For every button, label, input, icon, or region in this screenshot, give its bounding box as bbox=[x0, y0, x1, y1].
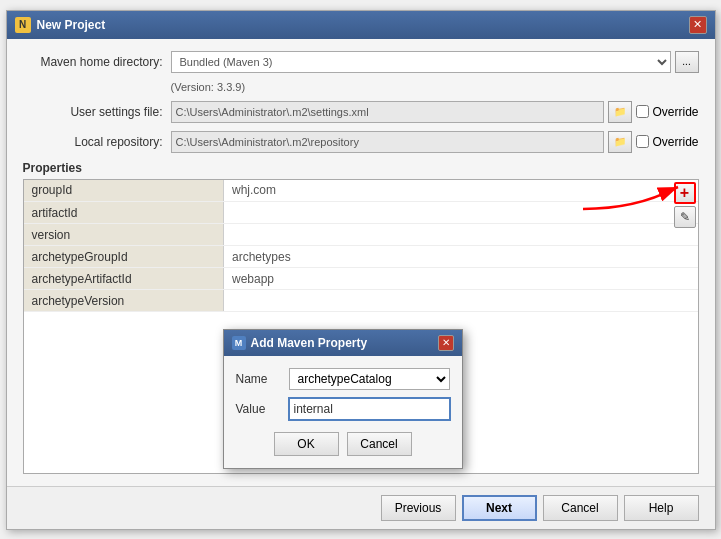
table-row[interactable]: archetypeGroupIdarchetypes bbox=[24, 246, 698, 268]
modal-buttons: OK Cancel bbox=[236, 428, 450, 456]
modal-value-row: Value bbox=[236, 398, 450, 420]
next-btn[interactable]: Next bbox=[462, 495, 537, 521]
close-button[interactable]: ✕ bbox=[689, 16, 707, 34]
user-settings-browse-btn[interactable]: 📁 bbox=[608, 101, 632, 123]
modal-value-input[interactable] bbox=[289, 398, 450, 420]
user-settings-row: User settings file: 📁 Override bbox=[23, 101, 699, 123]
table-row[interactable]: archetypeArtifactIdwebapp bbox=[24, 268, 698, 290]
user-settings-override-checkbox[interactable] bbox=[636, 105, 649, 118]
maven-home-row: Maven home directory: Bundled (Maven 3) … bbox=[23, 51, 699, 73]
title-bar: N New Project ✕ bbox=[7, 11, 715, 39]
main-content: Maven home directory: Bundled (Maven 3) … bbox=[7, 39, 715, 486]
properties-title: Properties bbox=[23, 161, 699, 175]
title-bar-left: N New Project bbox=[15, 17, 106, 33]
modal-value-label: Value bbox=[236, 402, 281, 416]
table-row[interactable]: groupIdwhj.com bbox=[24, 180, 698, 202]
local-repo-input[interactable] bbox=[171, 131, 605, 153]
footer: Previous Next Cancel Help bbox=[7, 486, 715, 529]
modal-ok-btn[interactable]: OK bbox=[274, 432, 339, 456]
table-row[interactable]: version bbox=[24, 224, 698, 246]
maven-home-label: Maven home directory: bbox=[23, 55, 163, 69]
modal-close-btn[interactable]: ✕ bbox=[438, 335, 454, 351]
local-repo-label: Local repository: bbox=[23, 135, 163, 149]
maven-home-input-group: Bundled (Maven 3) ... bbox=[171, 51, 699, 73]
cancel-btn[interactable]: Cancel bbox=[543, 495, 618, 521]
maven-home-browse-btn[interactable]: ... bbox=[675, 51, 699, 73]
maven-home-dropdown[interactable]: Bundled (Maven 3) bbox=[171, 51, 671, 73]
properties-wrapper: groupIdwhj.comartifactIdversionarchetype… bbox=[23, 179, 699, 474]
edit-property-btn[interactable]: ✎ bbox=[674, 206, 696, 228]
table-row[interactable]: archetypeVersion bbox=[24, 290, 698, 312]
user-settings-override: Override bbox=[636, 105, 698, 119]
add-maven-property-dialog: M Add Maven Property ✕ Name archetypeCat… bbox=[223, 329, 463, 469]
modal-content: Name archetypeCatalogarchetypeGroupIdarc… bbox=[224, 356, 462, 468]
local-repo-override-checkbox[interactable] bbox=[636, 135, 649, 148]
user-settings-input[interactable] bbox=[171, 101, 605, 123]
add-property-btn[interactable]: + bbox=[674, 182, 696, 204]
modal-title-bar: M Add Maven Property ✕ bbox=[224, 330, 462, 356]
modal-name-dropdown[interactable]: archetypeCatalogarchetypeGroupIdarchetyp… bbox=[289, 368, 450, 390]
modal-title-text: Add Maven Property bbox=[251, 336, 368, 350]
modal-cancel-btn[interactable]: Cancel bbox=[347, 432, 412, 456]
properties-section: Properties groupIdwhj.comartifactIdversi… bbox=[23, 161, 699, 474]
modal-name-row: Name archetypeCatalogarchetypeGroupIdarc… bbox=[236, 368, 450, 390]
local-repo-override: Override bbox=[636, 135, 698, 149]
help-btn[interactable]: Help bbox=[624, 495, 699, 521]
modal-title-left: M Add Maven Property bbox=[232, 336, 368, 350]
local-repo-row: Local repository: 📁 Override bbox=[23, 131, 699, 153]
properties-table: groupIdwhj.comartifactIdversionarchetype… bbox=[24, 180, 698, 313]
window-title: New Project bbox=[37, 18, 106, 32]
modal-name-label: Name bbox=[236, 372, 281, 386]
local-repo-input-group: 📁 Override bbox=[171, 131, 699, 153]
modal-icon: M bbox=[232, 336, 246, 350]
table-row[interactable]: artifactId bbox=[24, 202, 698, 224]
local-repo-browse-btn[interactable]: 📁 bbox=[608, 131, 632, 153]
window-icon: N bbox=[15, 17, 31, 33]
user-settings-input-group: 📁 Override bbox=[171, 101, 699, 123]
previous-btn[interactable]: Previous bbox=[381, 495, 456, 521]
user-settings-label: User settings file: bbox=[23, 105, 163, 119]
maven-version-text: (Version: 3.3.9) bbox=[171, 81, 699, 93]
main-window: N New Project ✕ Maven home directory: Bu… bbox=[6, 10, 716, 530]
